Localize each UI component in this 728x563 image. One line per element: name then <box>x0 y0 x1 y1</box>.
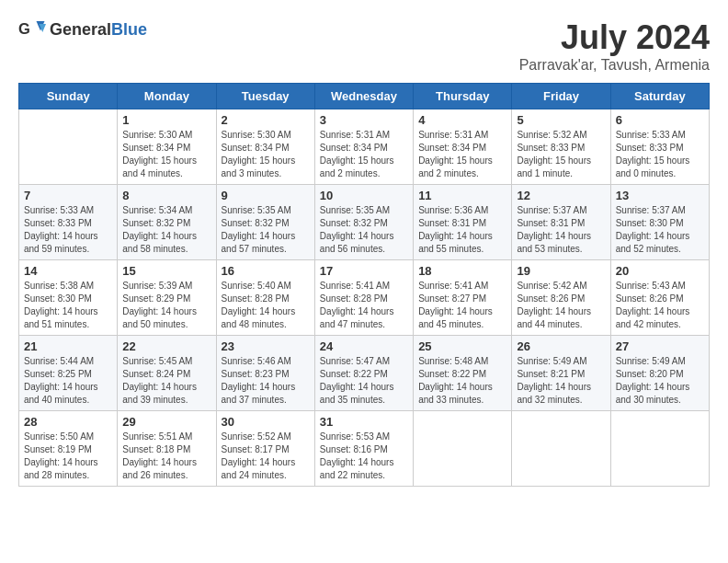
day-number: 28 <box>24 415 112 429</box>
day-number: 2 <box>222 113 310 127</box>
day-number: 25 <box>418 339 506 353</box>
day-number: 21 <box>24 339 112 353</box>
day-number: 20 <box>616 264 704 278</box>
calendar-cell: 22Sunrise: 5:45 AM Sunset: 8:24 PM Dayli… <box>118 336 216 411</box>
calendar-cell: 1Sunrise: 5:30 AM Sunset: 8:34 PM Daylig… <box>118 109 216 185</box>
svg-text:G: G <box>18 20 30 37</box>
calendar-table: SundayMondayTuesdayWednesdayThursdayFrid… <box>18 83 710 487</box>
day-number: 4 <box>418 113 506 127</box>
day-info: Sunrise: 5:48 AM Sunset: 8:22 PM Dayligh… <box>418 355 506 407</box>
calendar-cell: 14Sunrise: 5:38 AM Sunset: 8:30 PM Dayli… <box>19 260 118 336</box>
calendar-cell: 5Sunrise: 5:32 AM Sunset: 8:33 PM Daylig… <box>512 109 610 185</box>
calendar-cell: 17Sunrise: 5:41 AM Sunset: 8:28 PM Dayli… <box>314 260 413 336</box>
day-info: Sunrise: 5:44 AM Sunset: 8:25 PM Dayligh… <box>24 355 112 407</box>
day-info: Sunrise: 5:37 AM Sunset: 8:31 PM Dayligh… <box>517 204 605 256</box>
day-header-friday: Friday <box>512 84 610 109</box>
calendar-cell: 9Sunrise: 5:35 AM Sunset: 8:32 PM Daylig… <box>216 185 314 260</box>
day-number: 16 <box>222 264 310 278</box>
day-info: Sunrise: 5:34 AM Sunset: 8:32 PM Dayligh… <box>122 204 210 256</box>
calendar-cell: 11Sunrise: 5:36 AM Sunset: 8:31 PM Dayli… <box>414 185 512 260</box>
day-number: 9 <box>222 189 310 202</box>
logo-general: General <box>50 20 111 39</box>
day-number: 17 <box>320 264 408 278</box>
day-info: Sunrise: 5:37 AM Sunset: 8:30 PM Dayligh… <box>616 204 704 256</box>
day-info: Sunrise: 5:31 AM Sunset: 8:34 PM Dayligh… <box>320 129 408 180</box>
day-number: 23 <box>222 339 310 353</box>
location: Parravak'ar, Tavush, Armenia <box>519 57 710 74</box>
day-info: Sunrise: 5:33 AM Sunset: 8:33 PM Dayligh… <box>24 204 112 256</box>
day-number: 3 <box>320 113 408 127</box>
calendar-cell: 25Sunrise: 5:48 AM Sunset: 8:22 PM Dayli… <box>414 336 512 411</box>
calendar-cell: 3Sunrise: 5:31 AM Sunset: 8:34 PM Daylig… <box>314 109 413 185</box>
day-header-sunday: Sunday <box>19 84 118 109</box>
day-info: Sunrise: 5:30 AM Sunset: 8:34 PM Dayligh… <box>122 129 210 180</box>
day-info: Sunrise: 5:32 AM Sunset: 8:33 PM Dayligh… <box>517 129 605 180</box>
title-section: July 2024 Parravak'ar, Tavush, Armenia <box>519 18 710 74</box>
calendar-cell: 7Sunrise: 5:33 AM Sunset: 8:33 PM Daylig… <box>19 185 118 260</box>
day-header-wednesday: Wednesday <box>314 84 413 109</box>
page-header: G GeneralBlue July 2024 Parravak'ar, Tav… <box>18 18 710 74</box>
calendar-cell: 31Sunrise: 5:53 AM Sunset: 8:16 PM Dayli… <box>314 411 413 487</box>
day-number: 29 <box>122 415 210 429</box>
day-number: 14 <box>24 264 112 278</box>
day-info: Sunrise: 5:47 AM Sunset: 8:22 PM Dayligh… <box>320 355 408 407</box>
calendar-cell: 29Sunrise: 5:51 AM Sunset: 8:18 PM Dayli… <box>118 411 216 487</box>
calendar-week-4: 21Sunrise: 5:44 AM Sunset: 8:25 PM Dayli… <box>19 336 710 411</box>
day-header-monday: Monday <box>118 84 216 109</box>
day-info: Sunrise: 5:30 AM Sunset: 8:34 PM Dayligh… <box>222 129 310 180</box>
day-number: 26 <box>517 339 605 353</box>
calendar-cell: 2Sunrise: 5:30 AM Sunset: 8:34 PM Daylig… <box>216 109 314 185</box>
day-number: 8 <box>122 189 210 202</box>
calendar-header-row: SundayMondayTuesdayWednesdayThursdayFrid… <box>19 84 710 109</box>
calendar-cell: 24Sunrise: 5:47 AM Sunset: 8:22 PM Dayli… <box>314 336 413 411</box>
day-info: Sunrise: 5:46 AM Sunset: 8:23 PM Dayligh… <box>222 355 310 407</box>
day-info: Sunrise: 5:49 AM Sunset: 8:21 PM Dayligh… <box>517 355 605 407</box>
day-info: Sunrise: 5:42 AM Sunset: 8:26 PM Dayligh… <box>517 280 605 331</box>
calendar-cell: 6Sunrise: 5:33 AM Sunset: 8:33 PM Daylig… <box>610 109 709 185</box>
day-header-tuesday: Tuesday <box>216 84 314 109</box>
day-number: 12 <box>517 189 605 202</box>
logo: G GeneralBlue <box>18 18 147 40</box>
calendar-cell: 12Sunrise: 5:37 AM Sunset: 8:31 PM Dayli… <box>512 185 610 260</box>
day-info: Sunrise: 5:49 AM Sunset: 8:20 PM Dayligh… <box>616 355 704 407</box>
calendar-cell: 30Sunrise: 5:52 AM Sunset: 8:17 PM Dayli… <box>216 411 314 487</box>
calendar-cell <box>610 411 709 487</box>
calendar-cell: 20Sunrise: 5:43 AM Sunset: 8:26 PM Dayli… <box>610 260 709 336</box>
day-number: 22 <box>122 339 210 353</box>
logo-icon: G <box>18 18 46 40</box>
day-info: Sunrise: 5:41 AM Sunset: 8:28 PM Dayligh… <box>320 280 408 331</box>
calendar-cell: 26Sunrise: 5:49 AM Sunset: 8:21 PM Dayli… <box>512 336 610 411</box>
day-info: Sunrise: 5:33 AM Sunset: 8:33 PM Dayligh… <box>616 129 704 180</box>
calendar-cell: 13Sunrise: 5:37 AM Sunset: 8:30 PM Dayli… <box>610 185 709 260</box>
day-number: 27 <box>616 339 704 353</box>
day-info: Sunrise: 5:36 AM Sunset: 8:31 PM Dayligh… <box>418 204 506 256</box>
day-info: Sunrise: 5:52 AM Sunset: 8:17 PM Dayligh… <box>222 431 310 482</box>
day-info: Sunrise: 5:35 AM Sunset: 8:32 PM Dayligh… <box>320 204 408 256</box>
day-info: Sunrise: 5:45 AM Sunset: 8:24 PM Dayligh… <box>122 355 210 407</box>
calendar-cell: 16Sunrise: 5:40 AM Sunset: 8:28 PM Dayli… <box>216 260 314 336</box>
calendar-cell <box>512 411 610 487</box>
calendar-cell: 18Sunrise: 5:41 AM Sunset: 8:27 PM Dayli… <box>414 260 512 336</box>
day-number: 15 <box>122 264 210 278</box>
day-number: 7 <box>24 189 112 202</box>
day-number: 5 <box>517 113 605 127</box>
day-number: 6 <box>616 113 704 127</box>
calendar-week-2: 7Sunrise: 5:33 AM Sunset: 8:33 PM Daylig… <box>19 185 710 260</box>
calendar-cell: 15Sunrise: 5:39 AM Sunset: 8:29 PM Dayli… <box>118 260 216 336</box>
day-info: Sunrise: 5:53 AM Sunset: 8:16 PM Dayligh… <box>320 431 408 482</box>
calendar-week-3: 14Sunrise: 5:38 AM Sunset: 8:30 PM Dayli… <box>19 260 710 336</box>
calendar-cell: 28Sunrise: 5:50 AM Sunset: 8:19 PM Dayli… <box>19 411 118 487</box>
day-info: Sunrise: 5:39 AM Sunset: 8:29 PM Dayligh… <box>122 280 210 331</box>
day-number: 31 <box>320 415 408 429</box>
day-info: Sunrise: 5:31 AM Sunset: 8:34 PM Dayligh… <box>418 129 506 180</box>
logo-blue: Blue <box>111 20 147 39</box>
day-info: Sunrise: 5:41 AM Sunset: 8:27 PM Dayligh… <box>418 280 506 331</box>
day-info: Sunrise: 5:40 AM Sunset: 8:28 PM Dayligh… <box>222 280 310 331</box>
day-number: 30 <box>222 415 310 429</box>
day-info: Sunrise: 5:38 AM Sunset: 8:30 PM Dayligh… <box>24 280 112 331</box>
day-info: Sunrise: 5:35 AM Sunset: 8:32 PM Dayligh… <box>222 204 310 256</box>
calendar-cell: 10Sunrise: 5:35 AM Sunset: 8:32 PM Dayli… <box>314 185 413 260</box>
calendar-cell <box>414 411 512 487</box>
day-info: Sunrise: 5:50 AM Sunset: 8:19 PM Dayligh… <box>24 431 112 482</box>
day-number: 11 <box>418 189 506 202</box>
